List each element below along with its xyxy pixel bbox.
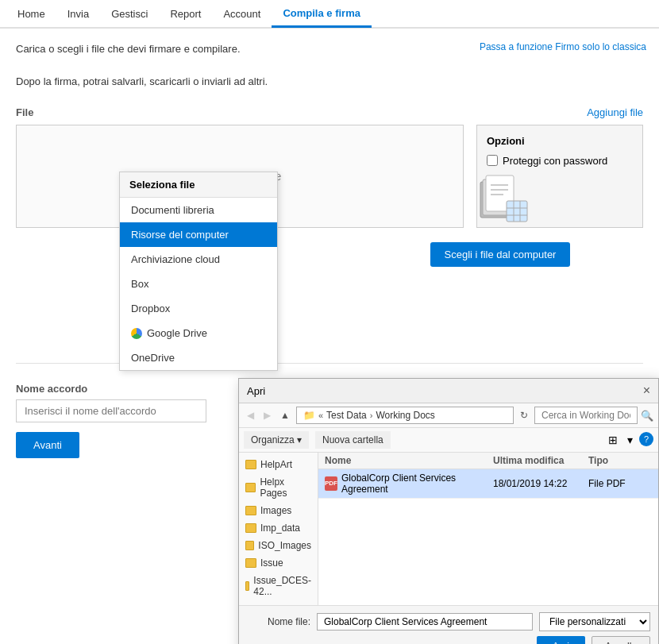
folder-helpart-label: HelpArt (260, 459, 292, 470)
refresh-button[interactable]: ↻ (517, 408, 531, 422)
protect-checkbox[interactable] (487, 155, 498, 166)
dropdown-item-6[interactable]: OneDrive (120, 345, 277, 370)
path-icon: 📁 (303, 410, 315, 421)
dropdown-item-0[interactable]: Documenti libreria (120, 198, 277, 222)
nav-account[interactable]: Account (212, 0, 272, 27)
filename-label: Nome file: (247, 616, 310, 627)
folder-icon (245, 581, 249, 591)
nav-report[interactable]: Report (159, 0, 212, 27)
folder-icon (245, 523, 256, 533)
protect-label: Proteggi con password (503, 155, 607, 167)
protect-option[interactable]: Proteggi con password (487, 155, 633, 167)
dropdown-item-3[interactable]: Box (120, 272, 277, 296)
nav-forward-arrow[interactable]: ▶ (260, 408, 274, 422)
folder-helpart[interactable]: HelpArt (239, 456, 318, 473)
path-arrow: › (370, 411, 373, 420)
dropdown-menu: Seleziona file Documenti libreria Risors… (119, 172, 278, 371)
accordo-input[interactable] (16, 399, 206, 422)
options-title: Opzioni (487, 135, 633, 147)
nav-up-arrow[interactable]: ▲ (277, 408, 293, 422)
nav-back-arrow[interactable]: ◀ (244, 408, 257, 422)
filetype-select[interactable]: File personalizzati (539, 612, 650, 631)
help-icon[interactable]: ? (639, 432, 653, 446)
nav-gestisci[interactable]: Gestisci (100, 0, 159, 27)
dropdown-item-2[interactable]: Archiviazione cloud (120, 247, 277, 272)
dialog-title-bar: Apri × (239, 379, 658, 403)
view-list-icon[interactable]: ▾ (624, 432, 636, 448)
folder-icon (245, 483, 256, 492)
file-row-0[interactable]: PDF GlobalCorp Client Services Agreement… (318, 469, 658, 499)
folder-images[interactable]: Images (239, 502, 318, 519)
folder-icon (245, 506, 256, 515)
folder-icon (245, 558, 256, 568)
folder-issue-dces-label: Issue_DCES-42... (253, 575, 311, 597)
nav-compila-firma[interactable]: Compila e firma (272, 1, 372, 28)
organize-button[interactable]: Organizza ▾ (244, 431, 309, 449)
file-name-0: GlobalCorp Client Services Agreement (341, 472, 493, 495)
path-part1[interactable]: Test Data (326, 410, 367, 421)
file-type-0: File PDF (588, 478, 652, 489)
search-input[interactable] (534, 407, 638, 424)
col-date-header[interactable]: Ultima modifica (493, 455, 588, 466)
dialog-actions: Apri Annulla (247, 636, 650, 644)
dropdown-item-1[interactable]: Risorse del computer (120, 222, 277, 247)
folder-iso[interactable]: ISO_Images (239, 537, 318, 554)
svg-rect-6 (507, 201, 527, 222)
new-folder-button[interactable]: Nuova cartella (315, 431, 391, 449)
add-file-link[interactable]: Aggiungi file (587, 106, 643, 118)
folder-imp-label: Imp_data (260, 523, 300, 534)
description-line2: Dopo la firma, potrai salvarli, scaricar… (16, 74, 643, 91)
folder-iso-label: ISO_Images (258, 540, 311, 551)
toolbar-right: ⊞ ▾ ? (605, 432, 653, 448)
path-part2[interactable]: Working Docs (376, 410, 434, 421)
folder-helpx-label: Helpx Pages (260, 476, 311, 499)
nav-invia[interactable]: Invia (56, 0, 100, 27)
google-drive-label: Google Drive (147, 327, 207, 339)
dropdown-item-5[interactable]: Google Drive (120, 321, 277, 345)
folder-issue[interactable]: Issue (239, 554, 318, 572)
address-path[interactable]: 📁 « Test Data › Working Docs (296, 407, 514, 424)
avanti-button[interactable]: Avanti (16, 432, 79, 458)
file-list-header: Nome Ultima modifica Tipo (318, 453, 658, 469)
dialog-close-button[interactable]: × (643, 384, 650, 398)
file-label: File (16, 106, 33, 118)
dialog-addressbar: ◀ ▶ ▲ 📁 « Test Data › Working Docs ↻ 🔍 (239, 403, 658, 428)
pick-files-button[interactable]: Scegli i file dal computer (430, 242, 571, 267)
filename-row: Nome file: File personalizzati (247, 612, 650, 631)
folder-images-label: Images (260, 505, 291, 516)
col-type-header[interactable]: Tipo (588, 455, 652, 466)
top-nav: Home Invia Gestisci Report Account Compi… (0, 0, 659, 29)
folder-imp-data[interactable]: Imp_data (239, 519, 318, 537)
google-drive-icon (131, 328, 142, 339)
dialog-bottom: Nome file: File personalizzati Apri Annu… (239, 605, 658, 644)
dialog-title: Apri (247, 385, 265, 397)
pdf-icon: PDF (325, 476, 337, 491)
nav-home[interactable]: Home (6, 0, 56, 27)
dialog-ok-button[interactable]: Apri (537, 636, 585, 644)
view-grid-icon[interactable]: ⊞ (605, 432, 621, 448)
col-name-header[interactable]: Nome (325, 455, 493, 466)
folder-icon (245, 460, 256, 469)
dropdown-header: Seleziona file (120, 172, 277, 198)
dropdown-item-4[interactable]: Dropbox (120, 296, 277, 321)
main-content: Passa a funzione Firmo solo lo classica … (0, 29, 659, 471)
filename-input[interactable] (317, 613, 533, 631)
file-date-0: 18/01/2019 14:22 (493, 478, 588, 489)
folder-helpx[interactable]: Helpx Pages (239, 473, 318, 502)
dialog-cancel-button[interactable]: Annulla (592, 636, 650, 644)
switch-to-classic-link[interactable]: Passa a funzione Firmo solo lo classica (480, 41, 646, 52)
file-illustration (468, 168, 532, 231)
file-section-header: File Aggiungi file (16, 106, 643, 118)
search-icon[interactable]: 🔍 (641, 410, 653, 422)
folder-issue-dces[interactable]: Issue_DCES-42... (239, 572, 318, 600)
path-sep1: « (318, 411, 323, 420)
folder-issue-label: Issue (260, 557, 283, 569)
file-dialog: Apri × ◀ ▶ ▲ 📁 « Test Data › Working Doc… (238, 378, 659, 644)
dialog-toolbar: Organizza ▾ Nuova cartella ⊞ ▾ ? (239, 428, 658, 453)
preview-area: Scegli i file dal computer (381, 168, 619, 267)
folder-icon (245, 541, 254, 550)
